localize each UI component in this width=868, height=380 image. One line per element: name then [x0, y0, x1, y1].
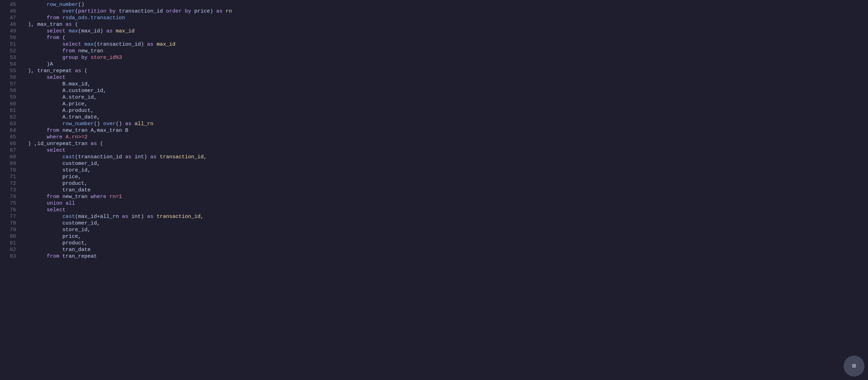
token: select — [47, 147, 66, 154]
token — [62, 200, 66, 207]
token: all_rn — [131, 121, 153, 127]
code-line: )A — [28, 61, 868, 68]
code-line: where A.rn>=2 — [28, 134, 868, 140]
token: transaction_id — [116, 8, 166, 15]
token: partition — [78, 8, 106, 15]
token: select — [47, 207, 66, 213]
token: as — [106, 28, 113, 35]
code-line: row_number() — [28, 1, 868, 8]
code-line: from new_tran A,max_tran B — [28, 127, 868, 134]
line-number: 56 — [0, 74, 20, 81]
token: as — [147, 41, 153, 48]
token: as — [66, 21, 72, 28]
code-line: tran_date — [28, 246, 868, 253]
token: new_tran A,max_tran B — [59, 127, 128, 134]
line-number: 47 — [0, 15, 20, 21]
token — [87, 54, 91, 61]
token — [106, 8, 109, 15]
code-line: ), max_tran as ( — [28, 21, 868, 28]
token: product, — [28, 180, 87, 187]
code-line: select max(max_id) as max_id — [28, 28, 868, 35]
token: from — [62, 48, 75, 54]
token: as — [75, 68, 81, 74]
line-number: 48 — [0, 21, 20, 28]
line-number: 78 — [0, 220, 20, 227]
code-line: union all — [28, 200, 868, 207]
token: A.product, — [28, 107, 94, 114]
line-number: 50 — [0, 35, 20, 41]
token: group — [62, 54, 78, 61]
line-number: 52 — [0, 48, 20, 54]
token: price) — [191, 8, 216, 15]
code-line: from new_tran — [28, 48, 868, 54]
token — [28, 193, 47, 200]
code-line: ), tran_repeat as ( — [28, 68, 868, 74]
token — [28, 28, 47, 35]
token: by — [185, 8, 191, 15]
token: new_tran — [59, 193, 91, 200]
code-line: from ( — [28, 35, 868, 41]
line-number: 62 — [0, 114, 20, 121]
code-line: from tran_repeat — [28, 253, 868, 260]
token — [28, 253, 47, 260]
code-line: select max(transaction_id) as max_id — [28, 41, 868, 48]
code-line: ) ,id_unrepeat_tran as ( — [28, 140, 868, 147]
code-line: B.max_id, — [28, 81, 868, 88]
token — [28, 127, 47, 134]
token: row_number — [62, 121, 94, 127]
token: ) ,id_unrepeat_tran — [28, 140, 91, 147]
code-line: select — [28, 147, 868, 154]
token: cast — [62, 154, 75, 160]
code-line: price, — [28, 233, 868, 240]
token: store_id, — [28, 167, 91, 174]
code-line: select — [28, 207, 868, 213]
code-line: tran_date — [28, 187, 868, 193]
token: tran_date — [28, 246, 91, 253]
line-number: 58 — [0, 88, 20, 94]
token: rn — [222, 8, 232, 15]
token: over — [62, 8, 75, 15]
token: price, — [28, 233, 81, 240]
token: as — [125, 121, 131, 127]
code-line: select — [28, 74, 868, 81]
line-number: 45 — [0, 1, 20, 8]
token: as — [216, 8, 222, 15]
line-number: 54 — [0, 61, 20, 68]
line-number: 63 — [0, 121, 20, 127]
token: from — [47, 35, 59, 41]
code-line: cast(max_id+all_rn as int) as transactio… — [28, 213, 868, 220]
token: A.customer_id, — [28, 88, 106, 94]
token — [28, 200, 47, 207]
token: as — [150, 154, 157, 160]
token: ), max_tran — [28, 21, 66, 28]
token: customer_id, — [28, 160, 100, 167]
token — [28, 213, 62, 220]
token: from — [47, 193, 59, 200]
line-number: 65 — [0, 134, 20, 140]
token: over — [103, 121, 116, 127]
scrollbar-button[interactable]: ⊞ — [844, 356, 865, 377]
token: select — [47, 28, 66, 35]
token — [78, 54, 81, 61]
line-number: 59 — [0, 94, 20, 101]
code-line: product, — [28, 240, 868, 246]
token — [28, 8, 62, 15]
line-number: 69 — [0, 160, 20, 167]
token: (max_id+all_rn — [75, 213, 122, 220]
token: A.rn>=2 — [66, 134, 87, 140]
token: row_number — [47, 1, 78, 8]
token: by — [109, 8, 116, 15]
token — [28, 147, 47, 154]
token: max_id — [113, 28, 135, 35]
code-line: cast(transaction_id as int) as transacti… — [28, 154, 868, 160]
code-line: product, — [28, 180, 868, 187]
token — [62, 134, 66, 140]
token: ( — [72, 21, 78, 28]
line-number: 70 — [0, 167, 20, 174]
token — [182, 8, 185, 15]
line-number: 80 — [0, 233, 20, 240]
line-number: 82 — [0, 246, 20, 253]
token: ), tran_repeat — [28, 68, 75, 74]
code-content[interactable]: row_number() over(partition by transacti… — [25, 0, 868, 380]
code-line: from rsda_ods.transaction — [28, 15, 868, 21]
